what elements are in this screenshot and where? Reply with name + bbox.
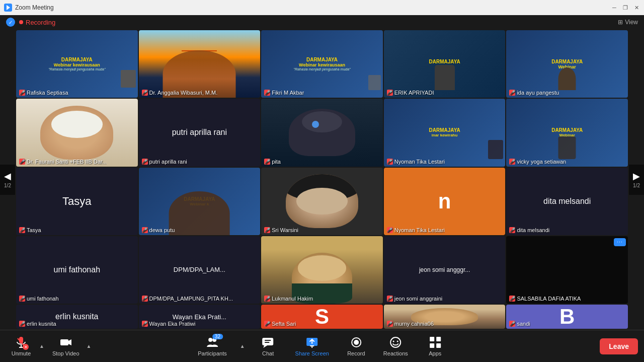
center-name-22: Wayan Eka Prati... bbox=[173, 313, 226, 321]
participant-name-14: Nyoman Tika Lestari bbox=[387, 227, 445, 233]
zoom-logo-icon bbox=[4, 4, 12, 12]
muted-icon-1 bbox=[19, 90, 25, 96]
webinar-banner-3: DARMAJAYA Webinar kewirausaan "Rahasia m… bbox=[261, 30, 383, 98]
muted-icon-18 bbox=[264, 296, 270, 302]
chat-label: Chat bbox=[262, 350, 274, 356]
muted-icon-9 bbox=[387, 159, 393, 165]
record-icon bbox=[350, 336, 363, 349]
maximize-button[interactable]: ❐ bbox=[622, 4, 629, 11]
stop-video-button[interactable]: Stop Video bbox=[48, 334, 84, 358]
participant-name-21: erlin kusnita bbox=[19, 321, 56, 327]
participant-name-19: jeon somi anggraini bbox=[387, 296, 442, 302]
svg-rect-21 bbox=[436, 343, 441, 348]
share-screen-icon bbox=[305, 336, 318, 349]
participant-cell-14: n Nyoman Tika Lestari bbox=[384, 168, 506, 235]
muted-icon-16 bbox=[19, 296, 25, 302]
record-label: Record bbox=[347, 350, 365, 356]
participant-name-9: Nyoman Tika Lestari bbox=[387, 159, 445, 165]
reactions-icon-wrap bbox=[389, 336, 402, 349]
next-page-button[interactable]: ▶ 1/2 bbox=[629, 165, 644, 195]
participants-count: 32 bbox=[212, 334, 223, 339]
toolbar-left: ✕ Unmute ▲ Stop Video ▲ bbox=[6, 334, 91, 358]
chat-icon-wrap bbox=[262, 336, 275, 349]
minimize-button[interactable]: ─ bbox=[611, 4, 618, 11]
participant-cell-15: dita melsandi dita melsandi bbox=[506, 168, 628, 235]
center-name-7: putri aprilla rani bbox=[172, 128, 227, 137]
unmute-chevron-icon[interactable]: ▲ bbox=[39, 343, 44, 349]
muted-icon-21 bbox=[19, 321, 25, 327]
share-screen-icon-wrap bbox=[305, 336, 318, 349]
participant-cell-23: S Sefta Sari bbox=[261, 305, 383, 329]
participants-chevron-icon[interactable]: ▲ bbox=[240, 343, 245, 349]
participant-name-17: DPM/DPA_LAMPUNG_PITA KH... bbox=[142, 296, 233, 302]
center-name-19: jeon somi angggr... bbox=[419, 266, 470, 273]
participant-name-10: vicky yoga setiawan bbox=[509, 159, 566, 165]
participant-cell-13: Sri Warsini bbox=[261, 168, 383, 235]
muted-icon-7 bbox=[142, 159, 148, 165]
participant-name-6: Dr. Faurani Santi +FEB IIB Dar... bbox=[19, 159, 107, 165]
muted-icon-11 bbox=[19, 227, 25, 233]
share-screen-button[interactable]: Share Screen bbox=[291, 334, 333, 358]
apps-icon bbox=[429, 336, 442, 349]
participants-button[interactable]: 32 Participants bbox=[194, 334, 230, 358]
prev-page-button[interactable]: ◀ 1/2 bbox=[0, 165, 15, 195]
muted-icon-17 bbox=[142, 296, 148, 302]
participant-name-22: Wayan Eka Pratiwi bbox=[142, 321, 196, 327]
mic-icon-wrap: ✕ bbox=[15, 336, 28, 349]
right-page-indicator: 1/2 bbox=[633, 183, 640, 188]
recording-bar: Recording ⊞ View bbox=[0, 15, 644, 29]
leave-button[interactable]: Leave bbox=[600, 338, 638, 354]
svg-rect-18 bbox=[430, 337, 434, 341]
svg-rect-7 bbox=[263, 338, 274, 345]
participant-cell-3: DARMAJAYA Webinar kewirausaan "Rahasia m… bbox=[261, 30, 383, 98]
muted-icon-6 bbox=[19, 159, 25, 165]
unmute-label: Unmute bbox=[12, 350, 31, 356]
window-controls[interactable]: ─ ❐ ✕ bbox=[611, 4, 640, 11]
svg-point-14 bbox=[354, 340, 359, 345]
participant-cell-22: Wayan Eka Prati... Wayan Eka Pratiwi bbox=[139, 305, 261, 329]
participant-name-2: Dr. Anggalia Wibasuri, M.M. bbox=[142, 90, 218, 96]
muted-icon-24 bbox=[387, 321, 393, 327]
svg-point-5 bbox=[208, 338, 212, 342]
chat-button[interactable]: Chat bbox=[253, 334, 283, 358]
center-name-17: DPM/DPA_LAM... bbox=[174, 266, 225, 273]
zoom-check-icon bbox=[6, 18, 15, 27]
center-name-21: erlin kusnita bbox=[55, 312, 98, 321]
unmute-button[interactable]: ✕ Unmute bbox=[6, 334, 36, 358]
participant-cell-1: DARMAJAYA Webinar kewirausaan "Rahasia m… bbox=[16, 30, 138, 98]
participants-label: Participants bbox=[198, 350, 226, 356]
center-name-16: umi fathonah bbox=[54, 265, 101, 274]
participant-name-25: sandi bbox=[509, 321, 530, 327]
muted-icon-12 bbox=[142, 227, 148, 233]
webinar-banner-1: DARMAJAYA Webinar kewirausaan "Rahasia m… bbox=[16, 30, 138, 98]
svg-rect-19 bbox=[436, 337, 441, 341]
apps-button[interactable]: Apps bbox=[420, 334, 450, 358]
participant-name-13: Sri Warsini bbox=[264, 227, 298, 233]
participant-cell-17: DPM/DPA_LAM... DPM/DPA_LAMPUNG_PITA KH..… bbox=[139, 236, 261, 304]
center-name-11: Tasya bbox=[62, 195, 91, 208]
muted-icon-19 bbox=[387, 296, 393, 302]
share-screen-label: Share Screen bbox=[295, 350, 329, 356]
participant-name-23: Sefta Sari bbox=[264, 321, 296, 327]
reactions-button[interactable]: Reactions bbox=[379, 334, 412, 358]
participant-name-7: putri aprilla rani bbox=[142, 159, 187, 165]
record-icon-wrap bbox=[350, 336, 363, 349]
recording-dot-icon bbox=[19, 20, 23, 24]
title-bar-left: Zoom Meeting bbox=[4, 4, 54, 12]
three-dots-menu[interactable]: ··· bbox=[614, 238, 626, 246]
toolbar-right: Leave bbox=[600, 338, 638, 354]
video-chevron-icon[interactable]: ▲ bbox=[87, 343, 92, 349]
participant-cell-19: jeon somi angggr... jeon somi anggraini bbox=[384, 236, 506, 304]
reactions-icon bbox=[389, 336, 402, 349]
participant-name-15: dita melsandi bbox=[509, 227, 549, 233]
reactions-label: Reactions bbox=[383, 350, 408, 356]
window-title: Zoom Meeting bbox=[15, 4, 54, 11]
stop-video-label: Stop Video bbox=[52, 350, 79, 356]
view-button[interactable]: ⊞ View bbox=[618, 19, 638, 26]
record-button[interactable]: Record bbox=[341, 334, 371, 358]
close-button[interactable]: ✕ bbox=[633, 4, 640, 11]
participant-name-4: ERIK APRIYADI bbox=[387, 90, 434, 96]
muted-icon-3 bbox=[264, 90, 270, 96]
participant-name-16: umi fathonah bbox=[19, 296, 59, 302]
title-bar: Zoom Meeting ─ ❐ ✕ bbox=[0, 0, 644, 15]
